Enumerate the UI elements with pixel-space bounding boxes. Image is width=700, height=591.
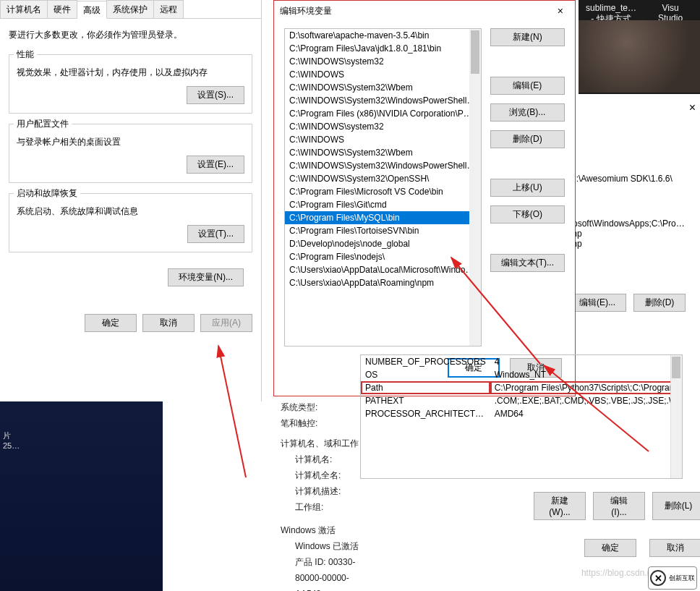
path-item[interactable]: C:\WINDOWS\system32 xyxy=(285,55,481,68)
sysvar-edit-button[interactable]: 编辑(I)... xyxy=(593,492,645,520)
scrollbar[interactable] xyxy=(469,29,481,346)
path-item[interactable]: C:\Program Files\Microsoft VS Code\bin xyxy=(285,185,481,198)
path-item[interactable]: C:\WINDOWS xyxy=(285,133,481,146)
path-item[interactable]: C:\Program Files\MySQL\bin xyxy=(285,211,481,224)
edit-text-button[interactable]: 编辑文本(T)... xyxy=(490,254,565,272)
close-icon[interactable]: × xyxy=(689,101,696,114)
startup-group: 启动和故障恢复 系统启动、系统故障和调试信息 设置(T)... xyxy=(9,193,252,252)
sysprops-ok-button[interactable]: 确定 xyxy=(85,314,137,332)
path-item[interactable]: C:\Program Files\nodejs\ xyxy=(285,250,481,263)
scrollbar[interactable] xyxy=(670,355,682,478)
watermark-text: https://blog.csdn.ne xyxy=(581,568,657,578)
product-id-label: 产品 ID: xyxy=(295,557,326,567)
move-up-button[interactable]: 上移(U) xyxy=(490,179,565,197)
path-item[interactable]: C:\Program Files\Git\cmd xyxy=(285,198,481,211)
path-item[interactable]: C:\Program Files\TortoiseSVN\bin xyxy=(285,224,481,237)
path-item[interactable]: C:\Program Files\Java\jdk1.8.0_181\bin xyxy=(285,42,481,55)
performance-desc: 视觉效果，处理器计划，内存使用，以及虚拟内存 xyxy=(17,67,244,79)
tab-system-protection[interactable]: 系统保护 xyxy=(106,0,154,18)
pc-fullname-label: 计算机全名: xyxy=(281,467,360,483)
browse-button[interactable]: 浏览(B)... xyxy=(490,103,565,122)
edit-path-title: 编辑环境变量 xyxy=(280,5,552,17)
path-item[interactable]: C:\WINDOWS\System32\Wbem xyxy=(285,146,481,159)
user-profiles-group: 用户配置文件 与登录帐户相关的桌面设置 设置(E)... xyxy=(9,124,252,183)
path-item[interactable]: C:\WINDOWS\System32\OpenSSH\ xyxy=(285,172,481,185)
path-item[interactable]: D:\Develop\nodejs\node_global xyxy=(285,237,481,250)
startup-settings-button[interactable]: 设置(T)... xyxy=(187,225,244,243)
sysvar-row[interactable]: PROCESSOR_ARCHITECT…AMD64 xyxy=(361,407,683,420)
environment-variables-button[interactable]: 环境变量(N)... xyxy=(168,268,244,286)
logo-text: 创新互联 xyxy=(669,574,695,582)
pc-desc-label: 计算机描述: xyxy=(281,483,360,499)
path-item[interactable]: C:\WINDOWS\system32 xyxy=(285,120,481,133)
pc-domain-label: 计算机名、域和工作 xyxy=(281,435,360,451)
path-item[interactable]: C:\WINDOWS\System32\Wbem xyxy=(285,81,481,94)
envvars-ok-button[interactable]: 确定 xyxy=(584,539,636,557)
system-info-labels: 系统类型: 笔和触控: 计算机名、域和工作 计算机名: 计算机全名: 计算机描述… xyxy=(281,399,360,591)
activation-status: Windows 已激活 xyxy=(281,538,360,554)
user-edit-button[interactable]: 编辑(E)... xyxy=(568,294,626,312)
brand-logo: ✕ 创新互联 xyxy=(648,566,697,590)
user-profiles-desc: 与登录帐户相关的桌面设置 xyxy=(17,136,244,148)
edit-button[interactable]: 编辑(E) xyxy=(490,77,565,95)
delete-button[interactable]: 删除(D) xyxy=(490,130,565,148)
tab-remote[interactable]: 远程 xyxy=(153,0,184,18)
path-listbox[interactable]: D:\software\apache-maven-3.5.4\binC:\Pro… xyxy=(284,28,482,346)
workgroup-label: 工作组: xyxy=(281,499,360,515)
startup-title: 启动和故障恢复 xyxy=(14,187,80,200)
user-delete-button[interactable]: 删除(D) xyxy=(633,294,686,312)
envvars-cancel-button[interactable]: 取消 xyxy=(649,539,700,557)
new-button[interactable]: 新建(N) xyxy=(490,28,565,46)
sysvar-row[interactable]: NUMBER_OF_PROCESSORS4 xyxy=(361,355,683,368)
user-profiles-settings-button[interactable]: 设置(E)... xyxy=(187,156,244,174)
user-profiles-title: 用户配置文件 xyxy=(14,118,72,130)
performance-group: 性能 视觉效果，处理器计划，内存使用，以及虚拟内存 设置(S)... xyxy=(9,54,252,114)
sysvar-row[interactable]: PATHEXT.COM;.EXE;.BAT;.CMD;.VBS;.VBE;.JS… xyxy=(361,394,683,407)
logo-mark-icon: ✕ xyxy=(650,570,666,586)
sysvar-new-button[interactable]: 新建(W)... xyxy=(534,492,586,520)
path-item[interactable]: C:\WINDOWS\System32\WindowsPowerShell\v1… xyxy=(285,94,481,107)
user-var-value-fragment: C:\Awesomium SDK\1.6.6\ rosoft\WindowsAp… xyxy=(570,174,685,249)
sysprops-cancel-button[interactable]: 取消 xyxy=(142,314,195,332)
system-properties-dialog: 计算机名 硬件 高级 系统保护 远程 要进行大多数更改，你必须作为管理员登录。 … xyxy=(0,0,262,401)
thumbnail-image: 片25… xyxy=(0,401,163,591)
startup-desc: 系统启动、系统故障和调试信息 xyxy=(17,205,244,218)
scrollbar-thumb[interactable] xyxy=(672,357,680,378)
sysvar-row[interactable]: OSWindows_NT xyxy=(361,368,683,381)
tab-computer-name[interactable]: 计算机名 xyxy=(0,0,48,18)
edit-path-dialog: 编辑环境变量 × D:\software\apache-maven-3.5.4\… xyxy=(273,0,576,396)
tab-advanced[interactable]: 高级 xyxy=(77,1,107,19)
activation-heading: Windows 激活 xyxy=(281,522,360,538)
path-item[interactable]: C:\Users\xiao\AppData\Roaming\npm xyxy=(285,276,481,289)
system-variables-table[interactable]: NUMBER_OF_PROCESSORS4OSWindows_NTPathC:\… xyxy=(360,354,683,479)
path-item[interactable]: C:\Program Files (x86)\NVIDIA Corporatio… xyxy=(285,107,481,120)
path-item[interactable]: D:\software\apache-maven-3.5.4\bin xyxy=(285,29,481,42)
move-down-button[interactable]: 下移(O) xyxy=(490,205,565,224)
path-item[interactable]: C:\WINDOWS xyxy=(285,68,481,81)
performance-title: 性能 xyxy=(14,48,37,61)
desktop-wallpaper xyxy=(579,20,700,93)
sysvar-delete-button[interactable]: 删除(L) xyxy=(652,492,700,520)
sysvar-row[interactable]: PathC:\Program Files\Python37\Scripts\;C… xyxy=(361,381,683,394)
path-item[interactable]: C:\Users\xiao\AppData\Local\Microsoft\Wi… xyxy=(285,263,481,276)
admin-note: 要进行大多数更改，你必须作为管理员登录。 xyxy=(9,29,252,41)
scrollbar-thumb[interactable] xyxy=(471,30,479,74)
sys-type-label: 系统类型: xyxy=(281,399,360,415)
close-icon[interactable]: × xyxy=(552,4,569,18)
performance-settings-button[interactable]: 设置(S)... xyxy=(187,86,244,104)
sysprops-tabs: 计算机名 硬件 高级 系统保护 远程 xyxy=(0,0,261,19)
edit-path-titlebar: 编辑环境变量 × xyxy=(274,1,575,21)
sysprops-apply-button[interactable]: 应用(A) xyxy=(200,314,252,332)
pen-touch-label: 笔和触控: xyxy=(281,415,360,431)
tab-hardware[interactable]: 硬件 xyxy=(47,0,77,18)
desktop-fragment: sublime_te… - 快捷方式 Visu Studio xyxy=(579,0,700,94)
pc-name-label: 计算机名: xyxy=(281,451,360,467)
path-item[interactable]: C:\WINDOWS\System32\WindowsPowerShell\v1… xyxy=(285,159,481,172)
